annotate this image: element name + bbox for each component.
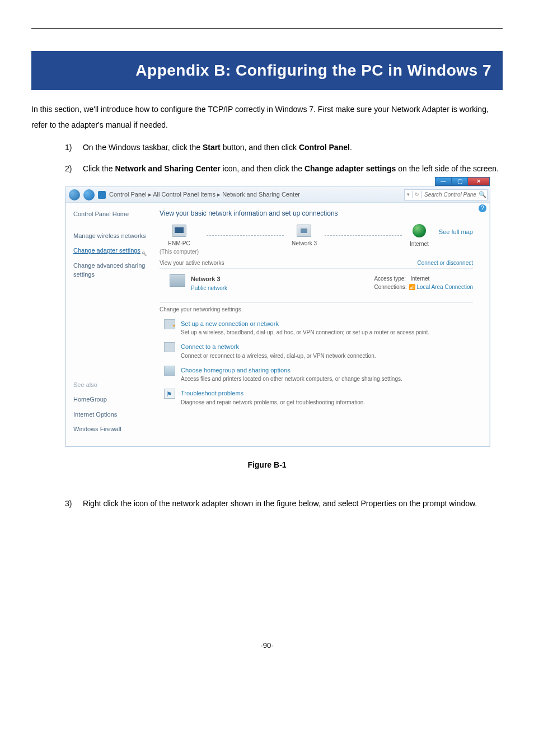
control-panel-icon <box>98 191 106 199</box>
intro-paragraph: In this section, we'll introduce how to … <box>31 101 503 133</box>
search-box[interactable]: ▾ ↻ 🔍 <box>404 189 488 200</box>
connections-label: Connections: <box>374 284 406 290</box>
screenshot-window: — ▢ ✕ Control Panel ▸ All Control Panel … <box>65 186 490 447</box>
access-type-label: Access type: <box>374 276 406 282</box>
step-number: 2) <box>65 161 81 176</box>
access-type-value: Internet <box>410 276 429 282</box>
connect-network-item[interactable]: Connect to a network Connect or reconnec… <box>160 342 473 360</box>
back-button[interactable] <box>69 189 80 200</box>
see-also-label: See also <box>73 380 149 390</box>
breadcrumb[interactable]: Control Panel ▸ All Control Panel Items … <box>109 190 300 199</box>
change-settings-heading: Change your networking settings <box>160 302 473 314</box>
network-category-icon <box>170 274 185 287</box>
pc-icon <box>172 225 186 237</box>
step3-text: Right click the icon of the network adap… <box>83 499 477 508</box>
step2-text: Click the Network and Sharing Center ico… <box>83 164 499 173</box>
cursor-icon: ↖ <box>142 249 147 259</box>
change-advanced-sharing-link[interactable]: Change advanced sharing settings <box>73 261 149 279</box>
figure-caption: Figure B-1 <box>31 459 503 471</box>
window-controls: — ▢ ✕ <box>435 177 490 186</box>
main-heading: View your basic network information and … <box>160 208 473 218</box>
maximize-button[interactable]: ▢ <box>451 177 468 186</box>
change-adapter-settings-link[interactable]: Change adapter settings ↖ <box>73 246 140 255</box>
internet-options-link[interactable]: Internet Options <box>73 410 149 419</box>
setup-connection-icon <box>164 319 175 329</box>
step-1: 1) On the Windows taskbar, click the Sta… <box>65 139 503 155</box>
local-area-connection-link[interactable]: Local Area Connection <box>416 284 473 290</box>
node-network: Network 3 <box>292 225 317 256</box>
sidebar: Control Panel Home Manage wireless netwo… <box>65 203 155 446</box>
manage-wireless-link[interactable]: Manage wireless networks <box>73 231 149 241</box>
forward-button[interactable] <box>83 189 95 200</box>
main-panel: View your basic network information and … <box>155 203 490 446</box>
minimize-button[interactable]: — <box>435 177 452 186</box>
step-number: 3) <box>65 496 81 511</box>
connect-disconnect-link[interactable]: Connect or disconnect <box>417 259 473 267</box>
active-network-block: Network 3 Public network Access type: In… <box>160 274 473 292</box>
node-internet: Internet <box>410 224 429 256</box>
active-networks-label: View your active networks <box>160 259 224 267</box>
troubleshoot-icon <box>164 389 175 399</box>
windows-firewall-link[interactable]: Windows Firewall <box>73 424 149 434</box>
search-icon[interactable]: 🔍 <box>478 190 487 199</box>
connection-line <box>207 235 284 236</box>
network-type-link[interactable]: Public network <box>191 284 368 292</box>
setup-connection-item[interactable]: Set up a new connection or network Set u… <box>160 319 473 337</box>
homegroup-icon <box>164 366 175 376</box>
titlebar: Control Panel ▸ All Control Panel Items … <box>65 187 490 203</box>
refresh-icon[interactable]: ↻ <box>413 191 422 199</box>
appendix-banner: Appendix B: Configuring the PC in Window… <box>31 51 503 90</box>
connect-network-icon <box>164 342 175 352</box>
control-panel-home-link[interactable]: Control Panel Home <box>73 209 149 219</box>
node-this-pc: ENM-PC (This computer) <box>160 225 199 256</box>
troubleshoot-item[interactable]: Troubleshoot problems Diagnose and repai… <box>160 389 473 407</box>
homegroup-link[interactable]: HomeGroup <box>73 395 149 404</box>
network-name: Network 3 <box>191 274 368 284</box>
page-number: -90- <box>31 640 503 651</box>
search-input[interactable] <box>422 190 478 199</box>
history-dropdown-icon[interactable]: ▾ <box>405 191 413 199</box>
connection-line <box>325 235 402 236</box>
top-rule <box>31 28 503 29</box>
step-3: 3) Right click the icon of the network a… <box>65 496 503 511</box>
globe-icon <box>413 224 426 237</box>
step-number: 1) <box>65 139 81 155</box>
see-full-map-link[interactable]: See full map <box>439 227 473 237</box>
step1-text: On the Windows taskbar, click the Start … <box>83 143 352 152</box>
help-icon[interactable]: ? <box>479 204 486 212</box>
homegroup-sharing-item[interactable]: Choose homegroup and sharing options Acc… <box>160 366 473 384</box>
network-icon <box>297 225 311 237</box>
close-button[interactable]: ✕ <box>467 177 490 186</box>
step-2: 2) Click the Network and Sharing Center … <box>65 161 503 176</box>
